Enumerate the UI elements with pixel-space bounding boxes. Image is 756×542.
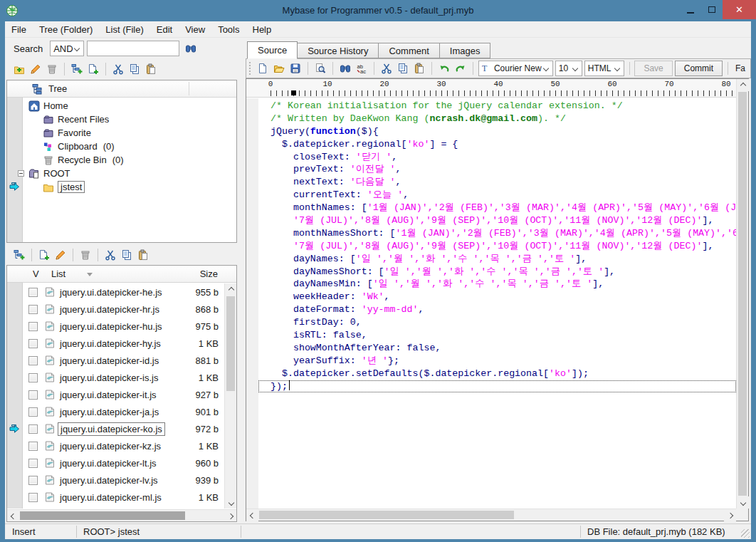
file-name[interactable]: jquery.ui.datepicker-is.js bbox=[60, 372, 158, 383]
tab-images[interactable]: Images bbox=[440, 43, 491, 58]
tree-plus-icon[interactable] bbox=[12, 248, 26, 262]
cut-icon[interactable] bbox=[111, 62, 125, 76]
file-name[interactable]: jquery.ui.datepicker-lt.js bbox=[60, 458, 157, 469]
toolbar-grip[interactable] bbox=[249, 62, 251, 75]
list-horizontal-scrollbar[interactable] bbox=[7, 509, 236, 521]
table-row[interactable]: jquery.ui.datepicker-hu.js975 b bbox=[7, 318, 224, 335]
row-checkbox[interactable] bbox=[28, 407, 38, 417]
page-plus-icon[interactable] bbox=[37, 248, 51, 262]
code-text[interactable]: /* Korean initialisation for the jQuery … bbox=[258, 100, 736, 509]
row-checkbox[interactable] bbox=[28, 459, 38, 468]
tree-item-favorite[interactable]: Favorite bbox=[7, 126, 236, 140]
row-checkbox[interactable] bbox=[28, 442, 38, 451]
copy-icon[interactable] bbox=[120, 248, 134, 262]
folder-plus-icon[interactable] bbox=[12, 62, 26, 76]
table-row[interactable]: jquery.ui.datepicker-hr.js868 b bbox=[7, 301, 224, 318]
code-line[interactable]: firstDay: 0, bbox=[258, 316, 736, 329]
list-vertical-scrollbar[interactable] bbox=[224, 283, 236, 509]
tab-comment[interactable]: Comment bbox=[379, 43, 439, 58]
font-size-select[interactable]: 10 bbox=[555, 61, 582, 76]
tree-item-clipboard[interactable]: Clipboard(0) bbox=[7, 140, 236, 153]
maximize-button[interactable] bbox=[701, 0, 723, 19]
tree-item-label[interactable]: Recent Files bbox=[58, 114, 109, 125]
file-name[interactable]: jquery.ui.datepicker-he.js bbox=[60, 287, 162, 298]
row-checkbox[interactable] bbox=[28, 288, 38, 297]
list-column-name[interactable]: List bbox=[51, 269, 65, 279]
code-line[interactable]: prevText: '이전달 ', bbox=[258, 163, 736, 176]
pane-splitter[interactable] bbox=[240, 38, 246, 523]
resize-grip[interactable] bbox=[741, 529, 750, 538]
file-name[interactable]: jquery.ui.datepicker-ja.js bbox=[60, 407, 159, 417]
menu-view[interactable]: View bbox=[179, 23, 211, 36]
edit-icon[interactable] bbox=[28, 62, 43, 76]
editor-vertical-scrollbar[interactable] bbox=[736, 79, 748, 509]
find-icon[interactable] bbox=[338, 61, 352, 75]
code-line[interactable]: '7월 (JUL)','8월 (AUG)','9월 (SEP)','10월 (O… bbox=[258, 240, 736, 253]
redo-icon[interactable] bbox=[453, 61, 468, 75]
row-checkbox[interactable] bbox=[28, 390, 38, 400]
trash-icon[interactable] bbox=[78, 248, 93, 262]
replace-icon[interactable]: abac bbox=[355, 61, 369, 75]
search-operator-select[interactable]: AND bbox=[50, 41, 84, 56]
tree-item-root[interactable]: ROOT bbox=[7, 167, 236, 180]
table-row[interactable]: jquery.ui.datepicker-is.js1 KB bbox=[7, 369, 224, 386]
tree-item-jstest[interactable]: jstest bbox=[7, 180, 236, 194]
new-icon[interactable] bbox=[256, 61, 270, 75]
page-plus-icon[interactable] bbox=[86, 62, 100, 76]
file-name[interactable]: jquery.ui.datepicker-ko.js bbox=[58, 422, 165, 436]
search-input[interactable] bbox=[87, 41, 179, 56]
table-row[interactable]: jquery.ui.datepicker-id.js881 b bbox=[7, 352, 224, 369]
list-column-size[interactable]: Size bbox=[200, 269, 218, 279]
trash-icon[interactable] bbox=[45, 62, 59, 76]
edit-icon[interactable] bbox=[53, 248, 68, 262]
ruler-marker[interactable] bbox=[291, 90, 296, 95]
code-line[interactable]: dayNamesShort: ['일 ','월 ','화 ','수 ','목 '… bbox=[258, 266, 736, 278]
code-line[interactable]: nextText: '다음달 ', bbox=[258, 176, 736, 189]
menu-file[interactable]: File bbox=[5, 23, 33, 36]
code-line[interactable]: yearSuffix: '년 '}; bbox=[258, 355, 736, 368]
file-name[interactable]: jquery.ui.datepicker-hu.js bbox=[60, 321, 162, 332]
tree-item-recycle-bin[interactable]: Recycle Bin(0) bbox=[7, 153, 236, 167]
tree-item-recent-files[interactable]: Recent Files bbox=[7, 113, 236, 126]
table-row[interactable]: jquery.ui.datepicker-he.js955 b bbox=[7, 283, 224, 301]
paste-icon[interactable] bbox=[136, 248, 150, 262]
tree-header-divider[interactable] bbox=[189, 82, 189, 95]
table-row[interactable]: jquery.ui.datepicker-it.js927 b bbox=[7, 386, 224, 403]
tree-item-home[interactable]: Home bbox=[7, 99, 236, 113]
menu-list-file[interactable]: List (File) bbox=[99, 23, 149, 36]
row-checkbox[interactable] bbox=[28, 305, 38, 314]
minimize-button[interactable] bbox=[680, 0, 701, 19]
tree-item-label[interactable]: Home bbox=[43, 100, 68, 111]
code-line[interactable]: closeText: '닫기 ', bbox=[258, 151, 736, 164]
open-icon[interactable] bbox=[272, 61, 286, 75]
table-row[interactable]: jquery.ui.datepicker-lv.js939 b bbox=[7, 471, 224, 489]
copy-icon[interactable] bbox=[396, 61, 410, 75]
tab-source-history[interactable]: Source History bbox=[298, 43, 379, 58]
tree-item-label[interactable]: jstest bbox=[58, 181, 85, 193]
code-line[interactable]: '7월 (JUL)','8월 (AUG)','9월 (SEP)','10월 (O… bbox=[258, 214, 736, 227]
code-line[interactable]: dateFormat: 'yy-mm-dd', bbox=[258, 303, 736, 316]
table-row[interactable]: jquery.ui.datepicker-kz.js1 KB bbox=[7, 437, 224, 454]
code-line[interactable]: weekHeader: 'Wk', bbox=[258, 291, 736, 303]
code-line[interactable]: monthNamesShort: ['1월 (JAN)','2월 (FEB)',… bbox=[258, 227, 736, 240]
table-row[interactable]: jquery.ui.datepicker-ja.js901 b bbox=[7, 403, 224, 420]
code-line[interactable]: showMonthAfterYear: false, bbox=[258, 342, 736, 355]
table-row[interactable]: jquery.ui.datepicker-lt.js960 b bbox=[7, 454, 224, 471]
editor-horizontal-scrollbar[interactable] bbox=[246, 509, 736, 521]
row-checkbox[interactable] bbox=[28, 373, 38, 382]
code-line[interactable]: currentText: '오늘 ', bbox=[258, 189, 736, 202]
tab-source[interactable]: Source bbox=[247, 41, 298, 59]
font-select[interactable]: T Courier New bbox=[478, 61, 553, 76]
row-checkbox[interactable] bbox=[28, 476, 38, 485]
file-name[interactable]: jquery.ui.datepicker-ml.js bbox=[60, 492, 162, 503]
row-checkbox[interactable] bbox=[28, 322, 38, 331]
tree-item-label[interactable]: Recycle Bin bbox=[58, 155, 107, 165]
search-binoculars-icon[interactable] bbox=[184, 41, 198, 56]
paste-icon[interactable] bbox=[144, 62, 158, 76]
undo-icon[interactable] bbox=[437, 61, 451, 75]
menu-help[interactable]: Help bbox=[246, 23, 278, 36]
code-line[interactable]: /* Written by DaeKwon Kang (ncrash.dk@gm… bbox=[258, 113, 736, 125]
commit-button[interactable]: Commit bbox=[675, 61, 723, 76]
table-row[interactable]: jquery.ui.datepicker-ms.js899 b bbox=[7, 506, 224, 509]
code-line[interactable]: $.datepicker.setDefaults($.datepicker.re… bbox=[258, 368, 736, 380]
